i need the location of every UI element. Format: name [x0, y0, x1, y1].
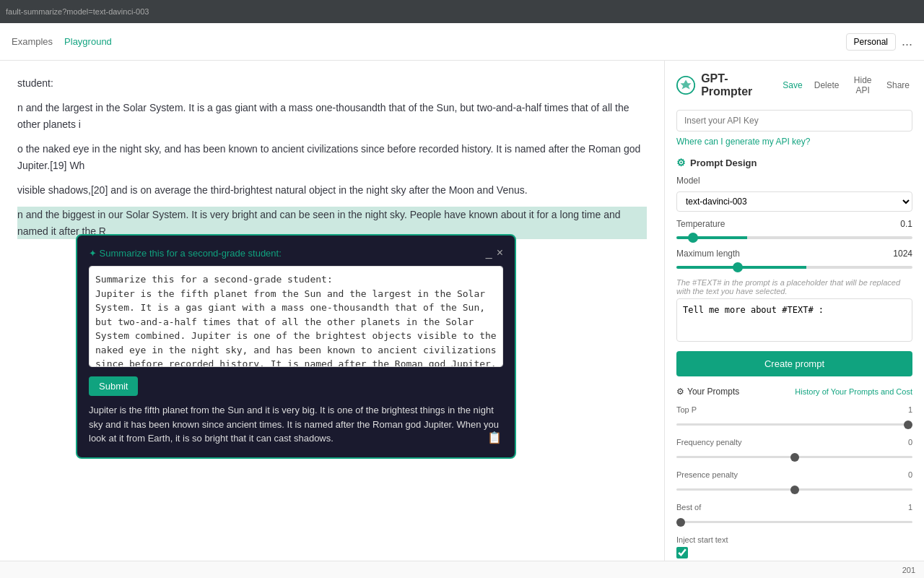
popup-card: ✦ Summarize this for a second-grade stud…: [76, 234, 516, 459]
share-button[interactable]: Share: [884, 74, 912, 97]
temperature-label: Temperature: [676, 219, 725, 229]
text-line-2: n and the largest in the Solar System. I…: [17, 100, 647, 132]
text-line-3: o the naked eye in the night sky, and ha…: [17, 141, 647, 173]
status-bar: 201: [0, 561, 924, 578]
model-label: Model: [676, 176, 700, 186]
more-button[interactable]: ...: [902, 34, 912, 49]
placeholder-note: The #TEXT# in the prompt is a placeholde…: [676, 278, 912, 296]
popup-close-button[interactable]: ×: [497, 247, 503, 259]
prompt-design-label: Prompt Design: [690, 158, 757, 168]
inject-start-label: Inject start text: [676, 535, 912, 544]
top-p-slider[interactable]: [676, 423, 912, 426]
presence-penalty-label: Presence penalty 0: [676, 470, 912, 479]
token-count: 201: [902, 566, 915, 574]
copy-icon[interactable]: 📋: [487, 431, 502, 444]
hide-api-button[interactable]: Hide API: [847, 74, 878, 97]
panel-header: GPT-Prompter Save Delete Hide API Share: [676, 72, 912, 98]
popup-title: ✦ Summarize this for a second-grade stud…: [89, 248, 282, 259]
browser-bar: fault-summarize?model=text-davinci-003: [0, 0, 924, 23]
popup-controls: _ ×: [486, 247, 503, 259]
text-area: student: n and the largest in the Solar …: [0, 61, 664, 578]
main-text: student: n and the largest in the Solar …: [17, 75, 647, 239]
best-of-row: Best of 1: [676, 503, 912, 525]
gear-icon-2: ⚙: [676, 387, 684, 397]
api-link[interactable]: Where can I generate my API key?: [676, 137, 810, 147]
presence-penalty-row: Presence penalty 0: [676, 470, 912, 493]
your-prompts-label: ⚙ Your Prompts: [676, 387, 739, 397]
your-prompts-row: ⚙ Your Prompts History of Your Prompts a…: [676, 387, 912, 397]
popup-textarea[interactable]: [89, 266, 503, 367]
frequency-penalty-label: Frequency penalty 0: [676, 438, 912, 447]
api-key-input[interactable]: [676, 110, 912, 131]
temperature-row: Temperature 0.1: [676, 219, 912, 229]
popup-minimize-button[interactable]: _: [486, 247, 492, 259]
gpt-prompter-logo: [676, 75, 695, 95]
text-line-1: student:: [17, 75, 647, 91]
temperature-value: 0.1: [900, 219, 912, 229]
delete-button[interactable]: Delete: [811, 74, 842, 97]
browser-url: fault-summarize?model=text-davinci-003: [6, 7, 149, 16]
model-select[interactable]: text-davinci-003: [676, 191, 912, 212]
temperature-slider[interactable]: [676, 236, 912, 239]
main-content: student: n and the largest in the Solar …: [0, 61, 924, 578]
model-row: Model: [676, 176, 912, 186]
app-header: Examples Playground Personal ...: [0, 23, 924, 61]
inject-start-checkbox-row: [676, 547, 912, 558]
prompt-textarea[interactable]: [676, 298, 912, 342]
create-prompt-button[interactable]: Create prompt: [676, 351, 912, 376]
nav-playground[interactable]: Playground: [64, 36, 112, 47]
inject-start-row: Inject start text: [676, 535, 912, 558]
max-length-row: Maximum length 1024: [676, 249, 912, 259]
best-of-slider[interactable]: [676, 521, 912, 523]
prompt-design-header: ⚙ Prompt Design: [676, 157, 912, 168]
top-p-row: Top P 1: [676, 405, 912, 428]
top-p-label: Top P 1: [676, 405, 912, 414]
frequency-penalty-slider[interactable]: [676, 456, 912, 458]
personal-button[interactable]: Personal: [846, 33, 896, 51]
nav-examples[interactable]: Examples: [12, 36, 53, 47]
max-length-slider[interactable]: [676, 266, 912, 269]
frequency-penalty-row: Frequency penalty 0: [676, 438, 912, 460]
panel-actions: Save Delete Hide API Share: [780, 74, 912, 97]
save-button[interactable]: Save: [780, 74, 805, 97]
panel-title: GPT-Prompter: [701, 72, 774, 98]
inject-start-checkbox[interactable]: [676, 547, 688, 558]
header-right: Personal ...: [846, 33, 912, 51]
max-length-label: Maximum length: [676, 249, 740, 259]
max-length-value: 1024: [893, 249, 912, 259]
popup-result: Jupiter is the fifth planet from the Sun…: [89, 403, 503, 446]
gpt-prompter-panel: GPT-Prompter Save Delete Hide API Share …: [664, 61, 924, 578]
popup-header: ✦ Summarize this for a second-grade stud…: [89, 247, 503, 259]
history-link[interactable]: History of Your Prompts and Cost: [795, 387, 912, 396]
text-line-4: visible shadows,[20] and is on average t…: [17, 182, 647, 198]
best-of-label: Best of 1: [676, 503, 912, 512]
presence-penalty-slider[interactable]: [676, 488, 912, 491]
submit-button[interactable]: Submit: [89, 376, 138, 396]
max-length-container: Maximum length 1024: [676, 249, 912, 271]
temperature-container: Temperature 0.1: [676, 219, 912, 241]
gear-icon: ⚙: [676, 157, 686, 168]
